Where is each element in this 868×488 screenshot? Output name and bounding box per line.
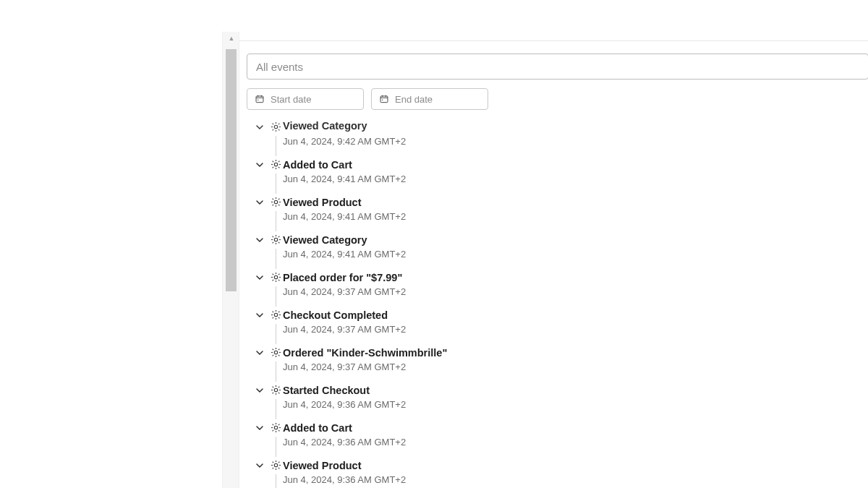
- svg-line-51: [273, 274, 273, 275]
- svg-line-88: [278, 430, 279, 431]
- svg-rect-5: [380, 96, 388, 103]
- svg-point-28: [274, 200, 278, 204]
- svg-point-9: [382, 99, 383, 100]
- timeline-connector: [276, 136, 276, 156]
- event-title: Viewed Product: [283, 194, 868, 210]
- scrollbar-thumb[interactable]: [226, 49, 237, 291]
- end-date-placeholder: End date: [395, 94, 433, 105]
- event-timestamp: Jun 4, 2024, 9:36 AM GMT+2: [283, 437, 868, 448]
- event-title: Started Checkout: [283, 382, 868, 398]
- event-row[interactable]: Viewed CategoryJun 4, 2024, 9:42 AM GMT+…: [247, 119, 868, 156]
- timeline-connector: [276, 437, 276, 457]
- svg-line-24: [273, 161, 273, 162]
- svg-line-26: [273, 167, 273, 168]
- chevron-down-icon[interactable]: [254, 121, 265, 133]
- timeline-connector: [276, 399, 276, 419]
- start-date-input[interactable]: Start date: [247, 88, 364, 110]
- svg-line-70: [278, 355, 279, 356]
- gear-icon: [270, 234, 282, 246]
- event-row[interactable]: Placed order for "$7.99"Jun 4, 2024, 9:3…: [247, 269, 868, 307]
- gear-icon: [270, 384, 282, 396]
- svg-line-15: [273, 124, 273, 124]
- event-title: Placed order for "$7.99": [283, 269, 868, 285]
- event-title: Ordered "Kinder-Schwimmbrille": [283, 344, 868, 360]
- svg-line-16: [278, 129, 279, 130]
- end-date-input[interactable]: End date: [371, 88, 488, 110]
- svg-line-98: [273, 468, 273, 468]
- svg-rect-0: [256, 96, 263, 103]
- gear-icon: [270, 158, 282, 171]
- event-row[interactable]: Ordered "Kinder-Schwimmbrille"Jun 4, 202…: [247, 344, 868, 382]
- chevron-down-icon[interactable]: [254, 422, 265, 434]
- svg-point-46: [274, 275, 278, 279]
- event-title: Viewed Category: [283, 231, 868, 247]
- svg-line-44: [273, 242, 273, 243]
- svg-line-33: [273, 199, 273, 200]
- chevron-down-icon[interactable]: [254, 234, 265, 246]
- svg-point-64: [274, 351, 278, 354]
- chevron-down-icon[interactable]: [254, 385, 265, 396]
- event-row[interactable]: Viewed CategoryJun 4, 2024, 9:41 AM GMT+…: [247, 231, 868, 269]
- svg-point-55: [274, 313, 278, 317]
- timeline-connector: [276, 361, 276, 382]
- svg-point-4: [258, 99, 258, 100]
- calendar-icon: [379, 94, 389, 104]
- svg-line-80: [273, 393, 273, 393]
- event-timestamp: Jun 4, 2024, 9:37 AM GMT+2: [283, 286, 868, 297]
- gear-icon: [270, 346, 282, 359]
- timeline-connector: [276, 474, 276, 488]
- svg-line-81: [278, 387, 279, 388]
- svg-line-54: [278, 274, 279, 275]
- chevron-down-icon[interactable]: [254, 347, 265, 359]
- svg-line-35: [273, 205, 273, 205]
- svg-line-69: [273, 349, 273, 350]
- chevron-down-icon[interactable]: [254, 159, 265, 171]
- svg-line-36: [278, 199, 279, 200]
- svg-line-43: [278, 242, 279, 243]
- event-title: Viewed Product: [283, 457, 868, 473]
- event-timestamp: Jun 4, 2024, 9:41 AM GMT+2: [283, 211, 868, 222]
- svg-line-99: [278, 462, 279, 463]
- svg-line-42: [273, 236, 273, 237]
- event-timestamp: Jun 4, 2024, 9:37 AM GMT+2: [283, 324, 868, 335]
- chevron-down-icon[interactable]: [254, 272, 265, 283]
- event-title: Checkout Completed: [283, 307, 868, 322]
- event-timestamp: Jun 4, 2024, 9:41 AM GMT+2: [283, 174, 868, 184]
- event-title: Viewed Category: [283, 117, 868, 133]
- timeline-connector: [276, 249, 276, 269]
- svg-line-27: [278, 161, 279, 162]
- svg-line-63: [278, 312, 279, 312]
- chevron-down-icon[interactable]: [254, 309, 265, 321]
- gear-icon: [270, 121, 282, 133]
- svg-line-61: [278, 317, 279, 318]
- start-date-placeholder: Start date: [271, 94, 311, 105]
- chevron-down-icon[interactable]: [254, 197, 265, 208]
- event-timestamp: Jun 4, 2024, 9:36 AM GMT+2: [283, 399, 868, 410]
- event-row[interactable]: Started CheckoutJun 4, 2024, 9:36 AM GMT…: [247, 382, 868, 419]
- svg-line-25: [278, 167, 279, 168]
- svg-line-87: [273, 424, 273, 425]
- event-row[interactable]: Checkout CompletedJun 4, 2024, 9:37 AM G…: [247, 307, 868, 344]
- scrollbar-track[interactable]: ▲: [222, 32, 239, 488]
- svg-line-60: [273, 312, 273, 312]
- event-row[interactable]: Viewed ProductJun 4, 2024, 9:36 AM GMT+2: [247, 457, 868, 488]
- event-row[interactable]: Added to CartJun 4, 2024, 9:41 AM GMT+2: [247, 156, 868, 194]
- chevron-down-icon[interactable]: [254, 460, 265, 471]
- gear-icon: [270, 421, 282, 434]
- svg-line-97: [278, 468, 279, 468]
- svg-line-62: [273, 317, 273, 318]
- svg-point-10: [274, 125, 278, 129]
- svg-point-37: [274, 238, 278, 241]
- svg-point-19: [274, 163, 278, 166]
- gear-icon: [270, 196, 282, 208]
- svg-point-91: [274, 463, 278, 467]
- timeline-connector: [276, 211, 276, 231]
- svg-line-89: [273, 430, 273, 431]
- event-row[interactable]: Added to CartJun 4, 2024, 9:36 AM GMT+2: [247, 419, 868, 457]
- scroll-up-button[interactable]: ▲: [223, 32, 240, 45]
- event-filter-input[interactable]: [247, 53, 868, 80]
- svg-line-78: [273, 387, 273, 388]
- svg-line-96: [273, 462, 273, 463]
- timeline-connector: [276, 324, 276, 344]
- event-row[interactable]: Viewed ProductJun 4, 2024, 9:41 AM GMT+2: [247, 194, 868, 231]
